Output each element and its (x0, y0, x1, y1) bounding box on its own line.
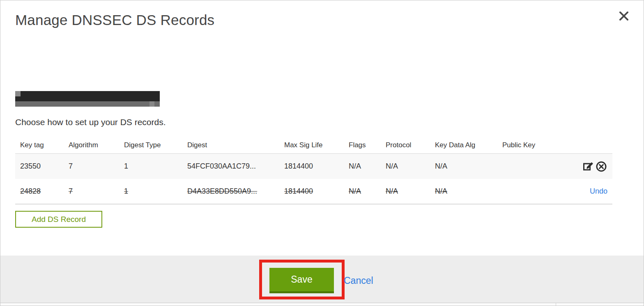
page-edge-strip (0, 303, 644, 306)
subtitle: Choose how to set up your DS records. (15, 117, 166, 127)
table-header-row: Key tag Algorithm Digest Type Digest Max… (15, 134, 612, 153)
cell-digest-type: 1 (119, 187, 182, 196)
cell-key-data-alg: N/A (430, 162, 497, 171)
close-icon (619, 11, 629, 21)
modal-title: Manage DNSSEC DS Records (15, 12, 214, 28)
header-protocol: Protocol (381, 139, 430, 149)
cell-key-data-alg: N/A (430, 187, 497, 196)
cell-max-sig-life: 1814400 (279, 187, 344, 196)
header-public-key: Public Key (497, 139, 565, 149)
cell-max-sig-life: 1814400 (279, 162, 344, 171)
ds-records-table: Key tag Algorithm Digest Type Digest Max… (15, 134, 612, 204)
cell-algorithm: 7 (64, 162, 119, 171)
cell-digest: D4A33E8DD550A9... (182, 187, 279, 196)
header-digest-type: Digest Type (119, 139, 182, 149)
header-digest: Digest (182, 139, 279, 149)
cell-algorithm: 7 (64, 187, 119, 196)
delete-icon (596, 161, 607, 172)
cell-key-tag: 23550 (15, 162, 64, 171)
page-edge-divider (556, 303, 556, 306)
add-ds-record-button[interactable]: Add DS Record (15, 211, 102, 228)
manage-dnssec-modal: Manage DNSSEC DS Records Choose how to s… (0, 0, 644, 306)
delete-record-button[interactable] (595, 160, 607, 173)
cell-key-tag: 24828 (15, 187, 64, 196)
table-row-deleted: 24828 7 1 D4A33E8DD550A9... 1814400 N/A … (15, 179, 612, 204)
cell-flags: N/A (344, 187, 381, 196)
cell-digest-type: 1 (119, 162, 182, 171)
domain-name-redacted (15, 91, 160, 107)
modal-footer: Save Cancel (0, 256, 644, 303)
cell-protocol: N/A (381, 162, 430, 171)
cancel-link[interactable]: Cancel (344, 275, 373, 286)
cell-digest: 54FCF030AA1C79... (182, 162, 279, 171)
header-flags: Flags (344, 139, 381, 149)
header-max-sig-life: Max Sig Life (279, 139, 344, 149)
table-row-active: 23550 7 1 54FCF030AA1C79... 1814400 N/A … (15, 153, 612, 179)
save-button[interactable]: Save (269, 268, 334, 293)
edit-icon (583, 161, 594, 172)
cell-flags: N/A (344, 162, 381, 171)
close-button[interactable] (616, 8, 632, 24)
undo-link[interactable]: Undo (590, 187, 607, 196)
edit-record-button[interactable] (582, 160, 594, 173)
cell-protocol: N/A (381, 187, 430, 196)
header-key-tag: Key tag (15, 139, 64, 149)
header-algorithm: Algorithm (64, 139, 119, 149)
header-key-data-alg: Key Data Alg (430, 139, 497, 149)
